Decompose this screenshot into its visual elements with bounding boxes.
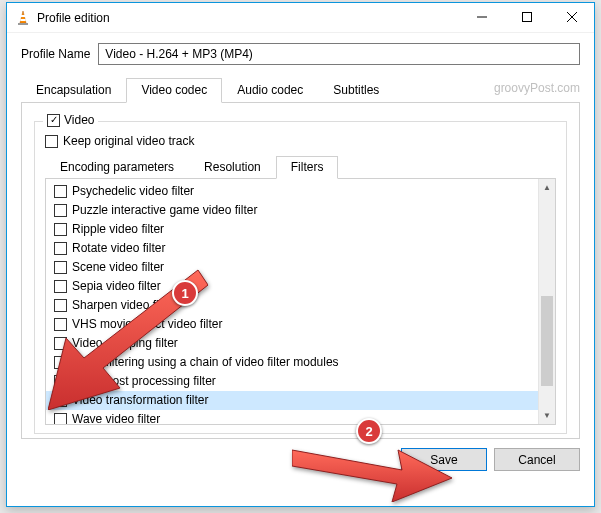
- minimize-button[interactable]: [459, 3, 504, 32]
- filter-label: Video cropping filter: [72, 335, 178, 352]
- filter-item[interactable]: Psychedelic video filter: [46, 182, 538, 201]
- tab-filters[interactable]: Filters: [276, 156, 339, 179]
- filter-label: Wave video filter: [72, 411, 160, 424]
- scrollbar[interactable]: ▲ ▼: [538, 179, 555, 424]
- tab-resolution[interactable]: Resolution: [189, 156, 276, 179]
- filter-item[interactable]: Puzzle interactive game video filter: [46, 201, 538, 220]
- filter-item[interactable]: VHS movie effect video filter: [46, 315, 538, 334]
- filter-checkbox[interactable]: [54, 318, 67, 331]
- filter-checkbox[interactable]: [54, 280, 67, 293]
- window-controls: [459, 3, 594, 33]
- scroll-down-button[interactable]: ▼: [539, 407, 555, 424]
- filter-label: Video post processing filter: [72, 373, 216, 390]
- filter-label: Scene video filter: [72, 259, 164, 276]
- filter-label: Sepia video filter: [72, 278, 161, 295]
- filter-label: Psychedelic video filter: [72, 183, 194, 200]
- tab-audio-codec[interactable]: Audio codec: [222, 78, 318, 103]
- filters-list[interactable]: Psychedelic video filterPuzzle interacti…: [46, 179, 538, 424]
- filter-item[interactable]: Ripple video filter: [46, 220, 538, 239]
- filters-box: Psychedelic video filterPuzzle interacti…: [45, 179, 556, 425]
- filter-label: VHS movie effect video filter: [72, 316, 223, 333]
- svg-rect-1: [21, 15, 25, 17]
- video-codec-panel: ✓ Video Keep original video track Encodi…: [21, 103, 580, 439]
- filter-checkbox[interactable]: [54, 223, 67, 236]
- filter-label: Video transformation filter: [72, 392, 209, 409]
- tab-encoding-parameters[interactable]: Encoding parameters: [45, 156, 189, 179]
- window-title: Profile edition: [37, 11, 110, 25]
- filter-checkbox[interactable]: [54, 299, 67, 312]
- tab-subtitles[interactable]: Subtitles: [318, 78, 394, 103]
- filter-item[interactable]: Video cropping filter: [46, 334, 538, 353]
- save-button[interactable]: Save: [401, 448, 487, 471]
- maximize-button[interactable]: [504, 3, 549, 32]
- filter-item[interactable]: Wave video filter: [46, 410, 538, 424]
- filter-checkbox[interactable]: [54, 242, 67, 255]
- svg-rect-3: [18, 23, 28, 25]
- dialog-content: Profile Name Encapsulation Video codec A…: [7, 33, 594, 485]
- video-fieldset: ✓ Video Keep original video track Encodi…: [34, 121, 567, 434]
- filter-label: Rotate video filter: [72, 240, 165, 257]
- video-inner-tabs: Encoding parameters Resolution Filters: [45, 155, 556, 179]
- filter-checkbox[interactable]: [54, 261, 67, 274]
- watermark-text: groovyPost.com: [494, 81, 580, 95]
- filter-checkbox[interactable]: [54, 375, 67, 388]
- dialog-window: Profile edition Profile Name Encapsulati…: [6, 2, 595, 507]
- filter-checkbox[interactable]: [54, 413, 67, 424]
- filter-item[interactable]: Video post processing filter: [46, 372, 538, 391]
- scroll-up-button[interactable]: ▲: [539, 179, 555, 196]
- scroll-thumb[interactable]: [541, 296, 553, 386]
- scroll-track[interactable]: [539, 196, 555, 407]
- filter-item[interactable]: Sepia video filter: [46, 277, 538, 296]
- filter-label: Ripple video filter: [72, 221, 164, 238]
- filter-checkbox[interactable]: ✓: [54, 394, 67, 407]
- svg-line-7: [567, 12, 577, 22]
- filter-label: Video filtering using a chain of video f…: [72, 354, 339, 371]
- dialog-buttons: Save Cancel: [21, 448, 580, 471]
- keep-original-label: Keep original video track: [63, 134, 194, 148]
- profile-name-row: Profile Name: [21, 43, 580, 65]
- tab-video-codec[interactable]: Video codec: [126, 78, 222, 103]
- filter-item[interactable]: Video filtering using a chain of video f…: [46, 353, 538, 372]
- svg-rect-5: [522, 13, 531, 22]
- filter-item[interactable]: Rotate video filter: [46, 239, 538, 258]
- filter-label: Puzzle interactive game video filter: [72, 202, 257, 219]
- video-legend: ✓ Video: [43, 113, 98, 127]
- video-checkbox[interactable]: ✓: [47, 114, 60, 127]
- svg-rect-2: [20, 19, 25, 21]
- titlebar: Profile edition: [7, 3, 594, 33]
- cancel-button[interactable]: Cancel: [494, 448, 580, 471]
- keep-original-row: Keep original video track: [45, 134, 556, 148]
- filter-item[interactable]: ✓Video transformation filter: [46, 391, 538, 410]
- profile-name-label: Profile Name: [21, 47, 90, 61]
- filter-checkbox[interactable]: [54, 356, 67, 369]
- filter-item[interactable]: Scene video filter: [46, 258, 538, 277]
- keep-original-checkbox[interactable]: [45, 135, 58, 148]
- svg-line-6: [567, 12, 577, 22]
- filter-checkbox[interactable]: [54, 204, 67, 217]
- profile-name-input[interactable]: [98, 43, 580, 65]
- codec-tabs: Encapsulation Video codec Audio codec Su…: [21, 77, 580, 103]
- tab-encapsulation[interactable]: Encapsulation: [21, 78, 126, 103]
- filter-label: Sharpen video filter: [72, 297, 175, 314]
- video-legend-label: Video: [64, 113, 94, 127]
- filter-checkbox[interactable]: [54, 337, 67, 350]
- close-button[interactable]: [549, 3, 594, 32]
- filter-item[interactable]: Sharpen video filter: [46, 296, 538, 315]
- vlc-cone-icon: [15, 10, 31, 26]
- filter-checkbox[interactable]: [54, 185, 67, 198]
